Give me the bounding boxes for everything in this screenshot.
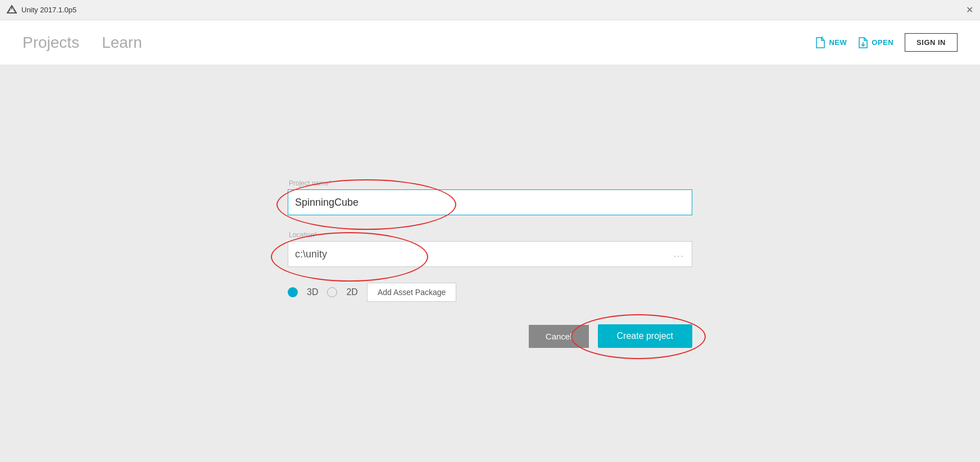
create-project-button[interactable]: Create project [598, 324, 693, 348]
location-browse-button[interactable]: ... [674, 249, 684, 259]
svg-line-4 [822, 37, 823, 38]
header: Projects Learn NEW OPEN SIGN IN [0, 20, 980, 65]
project-name-input[interactable] [288, 189, 692, 215]
label-3d: 3D [307, 287, 318, 297]
close-button[interactable]: ✕ [966, 4, 973, 15]
title-bar: Unity 2017.1.0p5 ✕ [0, 0, 980, 20]
buttons-row: Cancel Create project [288, 324, 692, 348]
form-container: Project name* Location* ... 3D 2D Add As [288, 168, 692, 359]
location-field-group: Location* ... [288, 231, 692, 267]
sign-in-button[interactable]: SIGN IN [905, 33, 958, 52]
header-nav: Projects Learn [22, 34, 142, 52]
location-input[interactable] [288, 241, 692, 267]
open-doc-icon [858, 37, 868, 49]
main-content: Project name* Location* ... 3D 2D Add As [0, 65, 980, 462]
new-doc-icon [815, 37, 825, 49]
location-label: Location* [288, 231, 692, 239]
radio-3d-selected[interactable] [288, 287, 298, 297]
radio-2d[interactable] [327, 287, 337, 297]
nav-learn[interactable]: Learn [102, 34, 142, 52]
label-2d: 2D [346, 287, 357, 297]
project-name-input-wrapper [288, 189, 692, 215]
project-name-label: Project name* [288, 179, 692, 187]
cancel-button[interactable]: Cancel [529, 325, 589, 348]
location-input-wrapper: ... [288, 241, 692, 267]
project-name-field-group: Project name* [288, 179, 692, 215]
window-title: Unity 2017.1.0p5 [21, 6, 76, 14]
title-bar-left: Unity 2017.1.0p5 [7, 5, 76, 15]
open-button[interactable]: OPEN [858, 37, 893, 49]
options-row: 3D 2D Add Asset Package [288, 283, 692, 302]
nav-projects[interactable]: Projects [22, 34, 79, 52]
add-asset-package-button[interactable]: Add Asset Package [367, 283, 456, 302]
header-actions: NEW OPEN SIGN IN [815, 33, 958, 52]
new-button[interactable]: NEW [815, 37, 847, 49]
unity-logo-icon [7, 5, 17, 15]
